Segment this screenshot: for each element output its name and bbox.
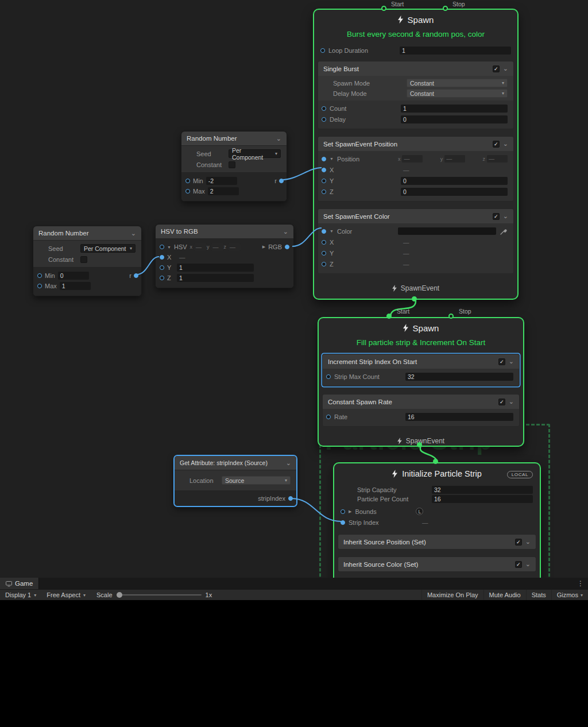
node-random-number-2[interactable]: Random Number Seed Per Component Constan… — [33, 226, 142, 296]
strip-index-port[interactable] — [341, 520, 345, 525]
y-field[interactable]: 1 — [177, 264, 254, 272]
initialize-input-port[interactable] — [433, 459, 438, 464]
delay-port[interactable] — [322, 117, 326, 122]
strip-max-count-port[interactable] — [326, 374, 331, 379]
random-output-port[interactable] — [134, 273, 138, 278]
maximize-on-play-button[interactable]: Maximize On Play — [421, 590, 483, 600]
tab-menu-icon[interactable] — [573, 578, 588, 589]
position-z-field[interactable]: 0 — [401, 188, 508, 196]
scale-slider-knob[interactable] — [117, 592, 122, 598]
loop-duration-field[interactable]: 1 — [400, 47, 511, 55]
block-set-spawnevent-position[interactable]: Set SpawnEvent Position ▼ Position x— y—… — [318, 136, 514, 202]
expander-down-icon[interactable]: ▼ — [330, 157, 334, 161]
node-header[interactable]: Random Number — [33, 226, 141, 241]
z-port[interactable] — [160, 276, 164, 280]
spawn1-stop-port[interactable] — [443, 6, 448, 11]
display-dropdown[interactable]: Display 1 — [0, 590, 41, 600]
block-constant-spawn-rate[interactable]: Constant Spawn Rate Rate16 — [322, 394, 520, 427]
spawn-mode-dropdown[interactable]: Constant — [407, 79, 508, 87]
loop-duration-port[interactable] — [320, 48, 325, 53]
rgb-output-port[interactable] — [285, 245, 289, 249]
color-z-port[interactable] — [322, 262, 326, 266]
spawn1-spawnevent-port[interactable] — [412, 296, 417, 301]
local-bounds-icon[interactable]: L — [416, 508, 423, 515]
block-increment-strip-index[interactable]: Increment Strip Index On Start Strip Max… — [322, 354, 520, 386]
count-port[interactable] — [322, 106, 326, 111]
node-header[interactable]: Random Number — [181, 132, 287, 146]
block-enabled-checkbox[interactable] — [498, 358, 505, 365]
spawn2-spawnevent-port[interactable] — [417, 442, 422, 447]
delay-field[interactable]: 0 — [401, 115, 508, 123]
chevron-down-icon[interactable] — [286, 460, 291, 466]
chevron-down-icon[interactable] — [503, 141, 508, 147]
color-y-port[interactable] — [322, 251, 326, 256]
max-port[interactable] — [185, 189, 190, 194]
color-swatch-field[interactable] — [398, 227, 496, 235]
min-field[interactable]: 0 — [58, 272, 89, 280]
chevron-down-icon[interactable] — [276, 136, 281, 142]
hsv-x-minifield[interactable]: — — [194, 243, 207, 251]
aspect-dropdown[interactable]: Free Aspect — [41, 590, 91, 600]
position-y-port[interactable] — [322, 179, 326, 183]
color-port[interactable] — [322, 229, 326, 234]
y-port[interactable] — [160, 265, 164, 270]
scale-slider[interactable] — [117, 594, 202, 595]
stats-button[interactable]: Stats — [526, 590, 551, 600]
z-field[interactable]: 1 — [177, 274, 254, 282]
seed-dropdown[interactable]: Per Component — [229, 149, 281, 158]
hsv-y-minifield[interactable]: — — [211, 243, 224, 251]
stripindex-output-port[interactable] — [288, 496, 293, 501]
bounds-port[interactable] — [341, 509, 345, 514]
min-port[interactable] — [37, 273, 42, 278]
chevron-down-icon[interactable] — [503, 213, 508, 219]
constant-checkbox[interactable] — [80, 256, 87, 263]
expander-right-icon[interactable]: ▶ — [262, 245, 265, 249]
expander-down-icon[interactable]: ▼ — [330, 229, 334, 233]
position-y-field[interactable]: 0 — [401, 177, 508, 185]
context-initialize-particle-strip[interactable]: Initialize Particle Strip LOCAL Strip Ca… — [333, 462, 541, 578]
block-enabled-checkbox[interactable] — [498, 399, 505, 405]
constant-checkbox[interactable] — [229, 161, 235, 168]
node-get-attribute-stripindex[interactable]: Get Attribute: stripIndex (Source) Locat… — [174, 455, 297, 506]
delay-mode-dropdown[interactable]: Constant — [407, 89, 508, 98]
rate-field[interactable]: 16 — [405, 413, 513, 421]
context-spawn-strip[interactable]: Spawn Fill particle strip & Increment On… — [318, 317, 524, 447]
chevron-down-icon[interactable] — [131, 230, 136, 237]
count-field[interactable]: 1 — [401, 105, 508, 113]
strip-capacity-field[interactable]: 32 — [432, 486, 533, 494]
chevron-down-icon[interactable] — [509, 399, 514, 405]
hsv-port[interactable] — [160, 245, 164, 249]
block-enabled-checkbox[interactable] — [493, 141, 500, 148]
local-space-badge[interactable]: LOCAL — [507, 471, 533, 478]
chevron-down-icon[interactable] — [503, 65, 508, 72]
block-single-burst[interactable]: Single Burst Spawn Mode Constant Delay M… — [318, 61, 514, 129]
mute-audio-button[interactable]: Mute Audio — [483, 590, 526, 600]
node-header[interactable]: Get Attribute: stripIndex (Source) — [175, 456, 296, 470]
chevron-down-icon[interactable] — [283, 229, 288, 235]
position-port[interactable] — [322, 157, 326, 161]
max-field[interactable]: 2 — [208, 187, 239, 195]
block-enabled-checkbox[interactable] — [515, 539, 522, 546]
strip-max-count-field[interactable]: 32 — [405, 373, 513, 381]
max-field[interactable]: 1 — [60, 282, 91, 290]
expander-down-icon[interactable]: ▼ — [167, 245, 171, 249]
hsv-z-minifield[interactable]: — — [228, 243, 241, 251]
chevron-down-icon[interactable] — [525, 561, 531, 567]
position-x-port[interactable] — [322, 168, 326, 172]
position-z-port[interactable] — [322, 190, 326, 194]
block-enabled-checkbox[interactable] — [493, 65, 500, 72]
x-port[interactable] — [160, 255, 164, 260]
particle-per-count-field[interactable]: 16 — [432, 495, 533, 503]
min-port[interactable] — [185, 179, 190, 183]
vfx-graph-canvas[interactable]: Particle Strip Random Number Seed Per Co… — [0, 0, 588, 578]
location-dropdown[interactable]: Source — [222, 476, 291, 485]
max-port[interactable] — [37, 284, 42, 288]
chevron-down-icon[interactable] — [509, 358, 514, 365]
rate-port[interactable] — [326, 415, 331, 419]
block-enabled-checkbox[interactable] — [493, 213, 500, 220]
random-output-port[interactable] — [279, 179, 284, 183]
spawn2-stop-port[interactable] — [448, 314, 454, 319]
seed-dropdown[interactable]: Per Component — [80, 244, 136, 253]
node-header[interactable]: HSV to RGB — [156, 225, 293, 239]
gizmos-dropdown[interactable]: Gizmos — [551, 590, 588, 600]
